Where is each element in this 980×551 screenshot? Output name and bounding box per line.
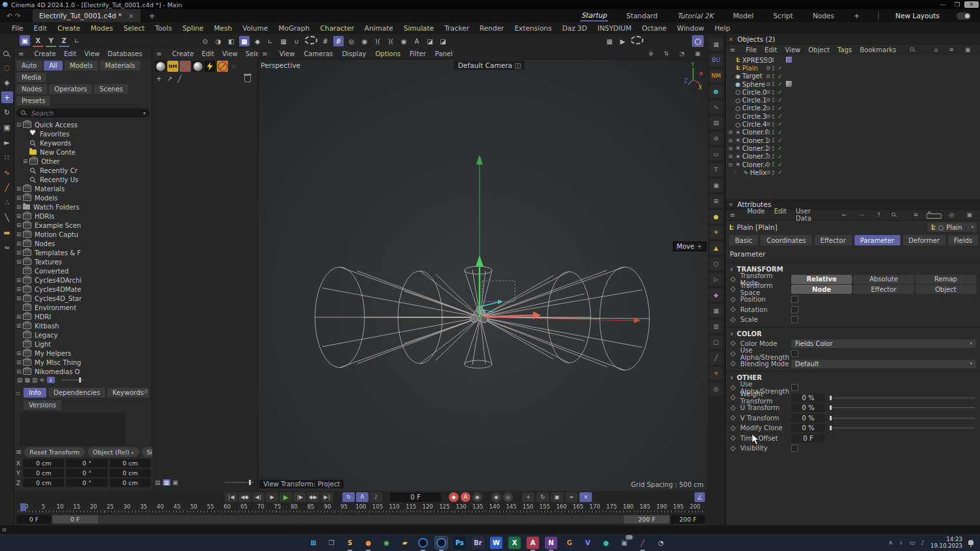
position-field[interactable]: 0 cm: [23, 459, 64, 467]
timeline-ruler[interactable]: 0510152025303540455055606570758085909510…: [18, 503, 704, 512]
snap-settings[interactable]: [304, 36, 318, 44]
objects-menu-item[interactable]: File: [742, 46, 760, 54]
enable-axis[interactable]: ∟: [265, 36, 276, 46]
layer-square[interactable]: [766, 106, 770, 110]
asset-filter-tab[interactable]: Operators: [49, 84, 92, 94]
material-electric[interactable]: [204, 61, 216, 72]
close-icon[interactable]: ×: [728, 201, 734, 208]
zoom-tool[interactable]: [3, 51, 10, 58]
layer-square[interactable]: [766, 82, 770, 86]
menu-item[interactable]: File: [7, 24, 29, 32]
sound-toggle[interactable]: ♪: [370, 492, 382, 502]
plugin-icon[interactable]: ●: [710, 85, 723, 98]
visibility-dots[interactable]: [772, 146, 774, 151]
menu-item[interactable]: Volume: [237, 24, 273, 32]
search-icon[interactable]: [892, 212, 904, 217]
hash-icon[interactable]: #: [143, 388, 148, 395]
layer-square[interactable]: [766, 146, 770, 150]
rotation-field[interactable]: 0 °: [66, 479, 107, 487]
enabled-check-icon[interactable]: ✓: [776, 137, 784, 144]
speaker-icon[interactable]: ♪: [921, 539, 925, 546]
asset-tree-item[interactable]: ⊞ Models: [16, 193, 152, 202]
hamburger-icon[interactable]: ≡: [16, 448, 22, 456]
new-layouts-link[interactable]: New Layouts: [896, 12, 939, 20]
enabled-check-icon[interactable]: ✓: [776, 89, 784, 95]
x-axis-lock[interactable]: X: [33, 35, 43, 47]
view-mode-icon[interactable]: ▤: [17, 377, 23, 383]
transform-space-option[interactable]: Object: [915, 285, 976, 294]
expand-icon[interactable]: ⊞: [16, 359, 23, 366]
layer-square[interactable]: [766, 155, 770, 159]
layout-tab[interactable]: Startup: [580, 10, 608, 22]
keyframe-dot-icon[interactable]: [730, 277, 736, 282]
object-name[interactable]: Circle.1: [742, 97, 767, 104]
points-mode[interactable]: ⊙: [200, 36, 210, 46]
scale-tool[interactable]: ▣: [1, 121, 13, 133]
app-people[interactable]: ▣ 19: [618, 537, 630, 549]
plugin-icon[interactable]: ∿: [710, 101, 723, 114]
app-guard[interactable]: G: [563, 537, 576, 549]
value-field[interactable]: 0 %: [791, 414, 825, 422]
visibility-dots[interactable]: [772, 98, 774, 102]
tab-close-icon[interactable]: ×: [128, 12, 134, 20]
rotation-field[interactable]: 0 °: [66, 459, 107, 467]
object-mode[interactable]: ◆: [252, 36, 263, 46]
next-frame[interactable]: ∣▶: [293, 492, 306, 502]
grid-toggle[interactable]: #: [320, 36, 331, 46]
layer-square[interactable]: [766, 66, 770, 70]
spline-pen-tool[interactable]: ∿: [1, 166, 13, 178]
visibility-dots[interactable]: [772, 66, 774, 71]
keyframe-dot-icon[interactable]: [730, 446, 736, 451]
last-used-tool[interactable]: ▣: [20, 35, 30, 46]
asset-tree-item[interactable]: Environment: [16, 303, 152, 312]
asset-filter-tab[interactable]: Auto: [16, 61, 42, 71]
object-row[interactable]: ○ Circle.3 ✓: [726, 112, 980, 120]
expand-icon[interactable]: ⊞: [16, 259, 23, 265]
menu-item[interactable]: Select: [118, 24, 150, 32]
node-material-icon[interactable]: ∷: [232, 63, 236, 70]
layout-tab[interactable]: +: [853, 10, 861, 21]
menu-item[interactable]: Window: [672, 24, 709, 32]
object-name[interactable]: Circle.0: [742, 89, 767, 96]
asset-menu-item[interactable]: View: [80, 50, 104, 57]
app-chrome[interactable]: ◉: [380, 537, 393, 549]
material-menu-item[interactable]: View: [218, 50, 242, 57]
search-options-icon[interactable]: ▾: [143, 110, 146, 116]
material-action-button[interactable]: ↗: [167, 75, 172, 82]
asset-menu-item[interactable]: Create: [30, 50, 59, 57]
checkbox[interactable]: [791, 306, 798, 313]
enabled-check-icon[interactable]: ✓: [776, 113, 784, 119]
current-frame-field[interactable]: 0 F: [390, 493, 441, 502]
expand-icon[interactable]: ⊞: [16, 286, 23, 292]
menu-item[interactable]: Create: [52, 24, 86, 32]
expand-icon[interactable]: ⊞: [727, 138, 734, 144]
transform-mode-option[interactable]: Relative: [791, 275, 852, 284]
keyframe-dot-icon[interactable]: [730, 405, 736, 411]
objects-header-icon[interactable]: ≡: [945, 46, 958, 53]
transform-space-option[interactable]: Node: [791, 285, 852, 294]
size-field[interactable]: 0 cm: [110, 479, 151, 487]
tweak-tool[interactable]: ◈: [1, 76, 13, 88]
app-affinity[interactable]: ╱: [636, 537, 649, 549]
expand-icon[interactable]: ⊞: [16, 213, 23, 219]
menu-item[interactable]: MoGraph: [273, 24, 315, 32]
asset-tree-item[interactable]: ⊞ Watch Folders: [16, 202, 152, 212]
layer-square[interactable]: [766, 131, 770, 134]
object-name[interactable]: Cloner.0: [742, 129, 769, 136]
target-icon[interactable]: ◎: [945, 212, 959, 218]
visibility-dots[interactable]: [772, 74, 774, 78]
asset-tree-item[interactable]: New Conte: [16, 148, 152, 157]
objects-menu-item[interactable]: View: [781, 46, 805, 54]
material-sphere-2[interactable]: [192, 61, 203, 72]
asset-tree-item[interactable]: ⊞ My Helpers: [16, 349, 152, 358]
object-name[interactable]: Cloner.1: [742, 137, 769, 144]
popout-icon[interactable]: ▣: [962, 212, 977, 218]
app-defender[interactable]: V: [581, 537, 594, 549]
expand-icon[interactable]: ⊞: [16, 277, 23, 283]
bell-icon[interactable]: [968, 540, 973, 545]
enabled-check-icon[interactable]: ✓: [776, 65, 784, 71]
transform-mode-option[interactable]: Absolute: [853, 275, 914, 284]
coord-mode-dropdown[interactable]: Object (Rel)▾: [88, 447, 139, 457]
tray-chevron-icon[interactable]: ∧: [889, 539, 893, 546]
expand-icon[interactable]: ⊞: [16, 204, 23, 210]
